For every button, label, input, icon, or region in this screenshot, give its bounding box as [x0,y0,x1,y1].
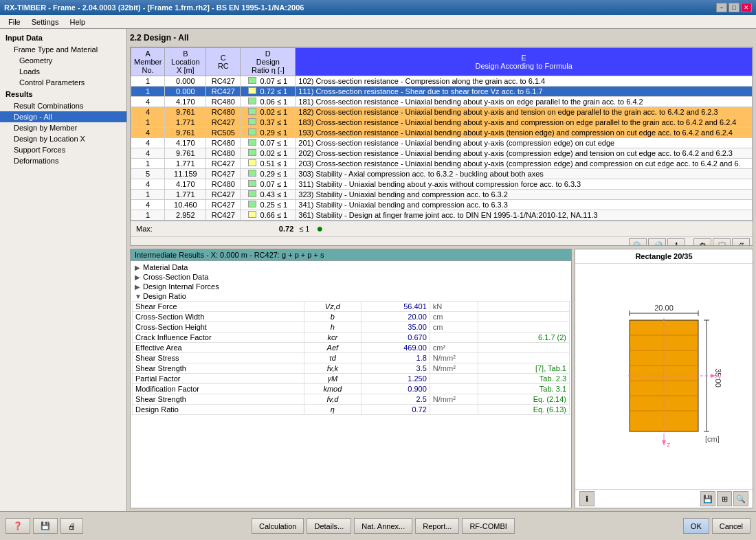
nat-annex-button[interactable]: Nat. Annex... [354,518,412,534]
tree-cross-label: Cross-Section Data [143,273,208,281]
close-button[interactable]: ✕ [741,3,752,12]
cell-rc: RC427 [206,87,241,97]
col-c-header: CRC [206,48,241,76]
ir-table-row: Cross-Section Width b 20.00 cm [133,312,570,322]
intermediate-results-panel: Intermediate Results - X: 0.000 m - RC42… [130,249,572,508]
cell-rc: RC480 [206,138,241,148]
tree-internal-forces[interactable]: ▶ Design Internal Forces [132,282,570,291]
design-table: AMember No. BLocation X [m] CRC DDesignR… [131,47,753,221]
max-value: 0.72 [279,225,293,233]
cs-fit-button[interactable]: ⊞ [717,491,732,506]
sidebar-item-design-all[interactable]: Design - All [0,111,126,122]
table-row[interactable]: 4 4.170 RC480 0.06 ≤ 1 181) Cross-sectio… [131,97,753,107]
cell-member: 5 [131,169,165,179]
sidebar-item-control[interactable]: Control Parameters [0,77,126,88]
table-row[interactable]: 4 9.761 RC480 0.02 ≤ 1 182) Cross-sectio… [131,107,753,117]
minimize-button[interactable]: − [716,3,727,12]
print-doc-button[interactable]: 🖨 [60,518,83,534]
bottom-right-buttons: OK Cancel [683,518,751,534]
ir-body: ▶ Material Data ▶ Cross-Section Data ▶ D… [131,261,571,508]
sidebar-item-design-location[interactable]: Design by Location X [0,133,126,144]
cell-location: 0.000 [165,87,206,97]
details-button[interactable]: Details... [307,518,351,534]
tree-material-data[interactable]: ▶ Material Data [132,262,570,272]
ir-ref: Eq. (6.13) [478,405,569,415]
menu-settings[interactable]: Settings [26,16,65,27]
table-row[interactable]: 1 1.771 RC427 0.37 ≤ 1 183) Cross-sectio… [131,117,753,128]
cs-zoom-button[interactable]: 🔍 [733,491,748,506]
sidebar-item-result-combinations[interactable]: Result Combinations [0,100,126,111]
table-row[interactable]: 1 0.000 RC427 0.72 ≤ 1 111) Cross-sectio… [131,87,753,97]
svg-marker-20 [662,440,666,445]
sidebar-item-deformations[interactable]: Deformations [0,155,126,166]
export-button[interactable]: 📋 [713,238,731,246]
zoom-out-button[interactable]: 🔎 [648,238,666,246]
cell-formula: 193) Cross-section resistance - Uniaxial… [296,128,753,138]
cell-member: 1 [131,87,165,97]
cell-location: 11.159 [165,169,206,179]
calculation-button[interactable]: Calculation [252,518,304,534]
save-button[interactable]: 💾 [33,518,58,534]
cell-location: 0.000 [165,76,206,87]
cell-formula: 311) Stability - Uniaxial bending about … [296,179,753,190]
table-row[interactable]: 4 4.170 RC480 0.07 ≤ 1 311) Stability - … [131,179,753,190]
table-row[interactable]: 1 1.771 RC427 0.51 ≤ 1 203) Cross-sectio… [131,159,753,169]
ir-value: 3.5 [361,363,430,374]
cs-save-button[interactable]: 💾 [700,491,715,506]
table-row[interactable]: 4 9.761 RC480 0.02 ≤ 1 202) Cross-sectio… [131,148,753,159]
table-row[interactable]: 1 1.771 RC427 0.43 ≤ 1 323) Stability - … [131,190,753,200]
info-button[interactable]: ℹ [667,238,685,246]
cell-rc: RC505 [206,128,241,138]
help-button[interactable]: ❓ [5,518,30,534]
ir-table-row: Effective Area Aef 469.00 cm² [133,343,570,353]
cell-member: 1 [131,210,165,221]
svg-text:z: z [667,440,671,449]
max-cmp: ≤ 1 [299,225,309,233]
ir-label: Partial Factor [133,374,304,384]
cell-ratio: 0.29 ≤ 1 [241,169,296,179]
cell-formula: 203) Cross-section resistance - Uniaxial… [296,159,753,169]
max-row: Max: 0.72 ≤ 1 ● [131,221,753,236]
cross-section-svg: 20.00 35.00 [595,301,733,452]
print-button[interactable]: 🖨 [732,238,750,246]
ir-unit [430,384,478,394]
ir-label: Cross-Section Height [133,322,304,333]
ir-symbol: η [304,405,361,415]
table-row[interactable]: 5 11.159 RC427 0.29 ≤ 1 303) Stability -… [131,169,753,179]
menu-help[interactable]: Help [64,16,91,27]
rf-combi-button[interactable]: RF-COMBI [462,518,514,534]
sidebar-item-support-forces[interactable]: Support Forces [0,144,126,155]
ir-unit: cm² [430,343,478,353]
sidebar-item-frame-type[interactable]: Frame Type and Material [0,44,126,55]
cell-member: 4 [131,107,165,117]
table-row[interactable]: 1 0.000 RC427 0.07 ≤ 1 102) Cross-sectio… [131,76,753,87]
table-row[interactable]: 4 4.170 RC480 0.07 ≤ 1 201) Cross-sectio… [131,138,753,148]
table-row[interactable]: 4 9.761 RC505 0.29 ≤ 1 193) Cross-sectio… [131,128,753,138]
zoom-in-button[interactable]: 🔍 [629,238,647,246]
tree-cross-section[interactable]: ▶ Cross-Section Data [132,272,570,282]
window-controls: − □ ✕ [716,3,752,12]
ir-value: 20.00 [361,312,430,322]
report-button[interactable]: Report... [415,518,459,534]
sidebar-item-geometry[interactable]: Geometry [0,55,126,66]
cell-formula: 201) Cross-section resistance - Uniaxial… [296,138,753,148]
sidebar-item-design-member[interactable]: Design by Member [0,122,126,133]
title-bar: RX-TIMBER - Frame - 2.04.0003 (32bit) - … [0,0,756,15]
table-row[interactable]: 1 2.952 RC427 0.66 ≤ 1 361) Stability - … [131,210,753,221]
ir-unit [430,333,478,343]
ir-value: 35.00 [361,322,430,333]
ir-table-row: Design Ratio η 0.72 Eq. (6.13) [133,405,570,415]
maximize-button[interactable]: □ [729,3,740,12]
filter-button[interactable]: ⚙ [693,238,711,246]
menu-file[interactable]: File [3,16,26,27]
cs-info-button[interactable]: ℹ [579,491,594,506]
table-row[interactable]: 4 10.460 RC427 0.25 ≤ 1 341) Stability -… [131,200,753,210]
ok-button[interactable]: OK [683,518,709,534]
cell-rc: RC427 [206,76,241,87]
sidebar-item-loads[interactable]: Loads [0,66,126,77]
cancel-button[interactable]: Cancel [712,518,751,534]
tree-design-ratio[interactable]: ▼ Design Ratio [132,291,570,301]
bottom-toolbar: ❓ 💾 🖨 Calculation Details... Nat. Annex.… [0,511,756,540]
cell-rc: RC480 [206,179,241,190]
cell-member: 4 [131,128,165,138]
